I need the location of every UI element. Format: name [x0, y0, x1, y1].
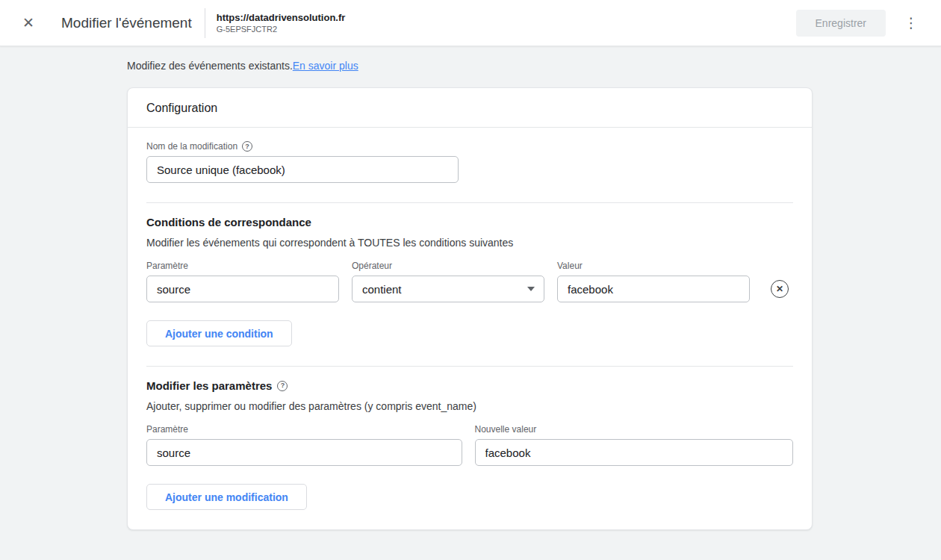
condition-value-group: Valeur [557, 261, 750, 302]
card-title: Configuration [128, 88, 812, 128]
modify-parameters-description: Ajouter, supprimer ou modifier des param… [146, 400, 793, 412]
modification-parameter-input[interactable] [146, 439, 462, 466]
topbar-divider [205, 8, 205, 38]
modification-parameter-label: Paramètre [146, 424, 462, 435]
stream-measurement-id: G-5EPSFJCTR2 [217, 24, 346, 34]
condition-parameter-group: Paramètre [146, 261, 339, 302]
close-icon[interactable]: ✕ [19, 14, 37, 32]
stream-url: https://datadrivensolution.fr [217, 11, 346, 24]
modification-new-value-input[interactable] [475, 439, 793, 466]
dialog-topbar: ✕ Modifier l'événement https://datadrive… [0, 0, 941, 46]
condition-operator-value: contient [362, 283, 402, 296]
modification-parameter-group: Paramètre [146, 424, 462, 466]
dialog-title: Modifier l'événement [61, 15, 192, 31]
configuration-card: Configuration Nom de la modification ? C… [127, 87, 813, 530]
condition-parameter-input[interactable] [146, 276, 339, 302]
modify-parameters-heading-text: Modifier les paramètres [146, 379, 272, 392]
condition-row: Paramètre Opérateur contient Valeur ✕ [146, 261, 793, 302]
save-button[interactable]: Enregistrer [796, 10, 886, 37]
section-divider [146, 366, 793, 367]
intro-sentence: Modifiez des événements existants. [127, 60, 293, 72]
condition-operator-select[interactable]: contient [352, 276, 544, 302]
modification-row: Paramètre Nouvelle valeur [146, 424, 793, 466]
modification-new-value-label: Nouvelle valeur [475, 424, 793, 435]
learn-more-link[interactable]: En savoir plus [293, 60, 358, 72]
modify-parameters-heading: Modifier les paramètres ? [146, 379, 793, 392]
add-condition-button[interactable]: Ajouter une condition [146, 320, 292, 346]
modification-name-label: Nom de la modification ? [146, 141, 793, 152]
conditions-description: Modifier les événements qui corresponden… [146, 237, 793, 249]
add-modification-button[interactable]: Ajouter une modification [146, 484, 307, 510]
modification-name-input[interactable] [146, 156, 459, 183]
card-body: Nom de la modification ? Conditions de c… [128, 128, 812, 529]
condition-value-input[interactable] [557, 276, 750, 302]
remove-condition-icon[interactable]: ✕ [771, 280, 789, 298]
chevron-down-icon [527, 287, 535, 291]
modification-new-value-group: Nouvelle valeur [475, 424, 793, 466]
kebab-menu-icon[interactable]: ⋮ [902, 14, 920, 32]
condition-parameter-label: Paramètre [146, 261, 339, 271]
condition-operator-group: Opérateur contient [352, 261, 544, 302]
help-icon[interactable]: ? [277, 381, 288, 391]
stream-info: https://datadrivensolution.fr G-5EPSFJCT… [217, 11, 346, 34]
section-divider [146, 202, 793, 203]
page-content: Modifiez des événements existants.En sav… [0, 46, 941, 530]
condition-value-label: Valeur [557, 261, 750, 271]
modification-name-label-text: Nom de la modification [146, 141, 237, 152]
condition-operator-label: Opérateur [352, 261, 544, 271]
conditions-heading: Conditions de correspondance [146, 216, 793, 228]
help-icon[interactable]: ? [242, 141, 252, 152]
intro-text: Modifiez des événements existants.En sav… [127, 60, 941, 72]
